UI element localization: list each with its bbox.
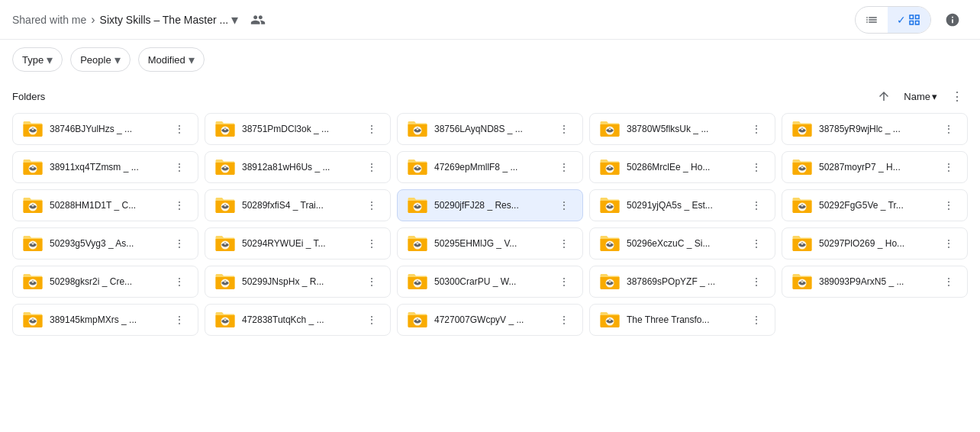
folder-card[interactable]: 50291yjQA5s _ Est... ⋮ [589,189,775,221]
grid-icon [907,13,921,27]
folder-more-button[interactable]: ⋮ [747,311,766,329]
folder-icon [22,120,44,138]
folder-more-button[interactable]: ⋮ [363,196,381,214]
folder-more-button[interactable]: ⋮ [170,234,189,253]
folder-card[interactable]: 389145kmpMXrs _ ... ⋮ [12,304,198,336]
sort-name-button[interactable]: Name ▾ [898,88,943,105]
folder-name: 50300CrarPU _ W... [434,276,549,287]
folder-card[interactable]: 50294RYWUEi _ T... ⋮ [205,227,391,260]
info-button[interactable] [937,5,968,35]
folder-card[interactable]: 50293g5Vyg3 _ As... ⋮ [12,227,198,260]
modified-filter-label: Modified [148,54,185,66]
folder-more-button[interactable]: ⋮ [940,196,958,214]
folder-card[interactable]: 389093P9ArxN5 _ ... ⋮ [782,266,968,298]
filters-bar: Type ▾ People ▾ Modified ▾ [0,40,980,79]
list-view-button[interactable] [856,7,888,33]
folder-more-button[interactable]: ⋮ [170,120,189,138]
folder-name: 4727007GWcpyV _ ... [434,314,549,325]
folder-more-button[interactable]: ⋮ [363,158,381,176]
folder-more-button[interactable]: ⋮ [555,272,573,291]
folder-card[interactable]: 387869sPOpYZF _ ... ⋮ [589,266,775,298]
folder-more-button[interactable]: ⋮ [170,196,189,214]
folder-card[interactable]: 50290jfFJ28 _ Res... ⋮ [397,189,583,221]
folder-name: The Three Transfo... [627,314,741,325]
folder-more-button[interactable]: ⋮ [940,120,958,138]
folder-icon [407,234,428,253]
folder-card[interactable]: 38911xq4TZmsm _ ... ⋮ [12,151,198,183]
folder-more-button[interactable]: ⋮ [170,272,189,291]
folder-card[interactable]: 4727007GWcpyV _ ... ⋮ [397,304,583,336]
people-filter-chip[interactable]: People ▾ [70,47,130,72]
folder-name: 50298gksr2i _ Cre... [50,276,164,287]
folder-icon [214,158,236,176]
folder-card[interactable]: 50298gksr2i _ Cre... ⋮ [12,266,198,298]
folder-more-button[interactable]: ⋮ [555,234,573,253]
modified-filter-arrow: ▾ [189,53,195,67]
folder-more-button[interactable]: ⋮ [747,234,766,253]
folder-card[interactable]: 50289fxfiS4 _ Trai... ⋮ [205,189,391,221]
more-options-icon: ⋮ [951,89,963,104]
folder-more-button[interactable]: ⋮ [170,311,189,329]
folder-icon [407,158,428,176]
folder-more-button[interactable]: ⋮ [555,311,573,329]
folder-card[interactable]: 38785yR9wjHlc _ ... ⋮ [782,113,968,145]
folder-more-button[interactable]: ⋮ [940,158,958,176]
folder-card[interactable]: 38756LAyqND8S _ ... ⋮ [397,113,583,145]
folder-icon [791,158,813,176]
folder-icon [791,196,813,214]
folder-card[interactable]: 50288HM1D1T _ C... ⋮ [12,189,198,221]
folder-more-button[interactable]: ⋮ [555,120,573,138]
folder-icon [22,158,44,176]
breadcrumb-shared-link[interactable]: Shared with me [12,14,86,26]
folder-icon [22,196,44,214]
grid-view-button[interactable]: ✓ [888,7,930,33]
folder-card[interactable]: 38746BJYulHzs _ ... ⋮ [12,113,198,145]
section-more-options-button[interactable]: ⋮ [946,85,968,107]
folder-card[interactable]: 50300CrarPU _ W... ⋮ [397,266,583,298]
folder-more-button[interactable]: ⋮ [940,234,958,253]
folder-more-button[interactable]: ⋮ [940,272,958,291]
folder-card[interactable]: 38780W5flksUk _ ... ⋮ [589,113,775,145]
folder-more-button[interactable]: ⋮ [747,120,766,138]
folder-card[interactable]: 38912a81wH6Us _ ... ⋮ [205,151,391,183]
folder-card[interactable]: 50292FgG5Ve _ Tr... ⋮ [782,189,968,221]
sort-controls: Name ▾ ⋮ [873,85,968,107]
folder-name: 50293g5Vyg3 _ As... [50,238,164,249]
info-icon [945,12,960,27]
folder-card[interactable]: 50287moyrP7 _ H... ⋮ [782,151,968,183]
folder-card[interactable]: 50295EHMlJG _ V... ⋮ [397,227,583,260]
type-filter-chip[interactable]: Type ▾ [12,47,63,72]
folder-more-button[interactable]: ⋮ [555,158,573,176]
folder-more-button[interactable]: ⋮ [747,196,766,214]
breadcrumb-current-folder[interactable]: Sixty Skills – The Master ... ▾ [100,11,239,28]
people-button[interactable] [246,8,270,32]
folder-name: 50287moyrP7 _ H... [819,162,933,172]
folder-more-button[interactable]: ⋮ [170,158,189,176]
folder-card[interactable]: 50297PlO269 _ Ho... ⋮ [782,227,968,260]
folder-more-button[interactable]: ⋮ [363,234,381,253]
folder-name: 50286MrclEe _ Ho... [627,162,741,172]
breadcrumb: Shared with me › Sixty Skills – The Mast… [12,8,855,32]
folder-more-button[interactable]: ⋮ [363,311,381,329]
folder-card[interactable]: 38751PmDCl3ok _ ... ⋮ [205,113,391,145]
folder-icon [214,120,236,138]
folder-more-button[interactable]: ⋮ [363,272,381,291]
folder-name: 50292FgG5Ve _ Tr... [819,200,933,211]
folder-name: 50297PlO269 _ Ho... [819,238,933,249]
folder-more-button[interactable]: ⋮ [747,272,766,291]
folder-more-button[interactable]: ⋮ [363,120,381,138]
folder-card[interactable]: 472838TutqKch _ ... ⋮ [205,304,391,336]
folder-more-button[interactable]: ⋮ [747,158,766,176]
folder-card[interactable]: 50286MrclEe _ Ho... ⋮ [589,151,775,183]
sort-ascending-button[interactable] [873,85,895,107]
folder-card[interactable]: The Three Transfo... ⋮ [589,304,775,336]
current-folder-name: Sixty Skills – The Master ... [100,14,229,26]
folder-more-button[interactable]: ⋮ [555,196,573,214]
folder-icon [791,234,813,253]
modified-filter-chip[interactable]: Modified ▾ [138,47,205,72]
folder-card[interactable]: 50296eXczuC _ Si... ⋮ [589,227,775,260]
folder-name: 50295EHMlJG _ V... [434,238,549,249]
people-icon [250,12,266,27]
folder-card[interactable]: 50299JNspHx _ R... ⋮ [205,266,391,298]
folder-card[interactable]: 47269epMmllF8 _ ... ⋮ [397,151,583,183]
